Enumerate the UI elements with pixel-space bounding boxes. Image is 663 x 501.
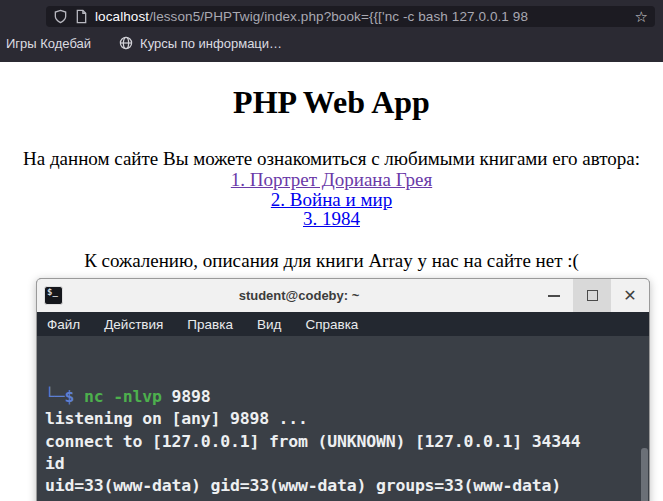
terminal-window: $_ student@codeby: ~ ✕ Файл Действия Пра… xyxy=(36,278,650,501)
book-link-3[interactable]: 3. 1984 xyxy=(0,209,663,229)
bookmark-star-icon[interactable]: ☆ xyxy=(635,9,648,24)
url-path: /lesson5/PHPTwig/index.php?book={{['nc -… xyxy=(149,9,528,24)
terminal-titlebar[interactable]: $_ student@codeby: ~ ✕ xyxy=(37,279,649,312)
terminal-line: connect to [127.0.0.1] from (UNKNOWN) [1… xyxy=(45,431,633,453)
url-text[interactable]: localhost/lesson5/PHPTwig/index.php?book… xyxy=(95,9,628,24)
terminal-app-icon: $_ xyxy=(44,286,63,305)
url-host: localhost xyxy=(95,9,149,24)
window-controls: ✕ xyxy=(535,279,649,312)
page-info-icon[interactable] xyxy=(75,9,88,24)
globe-icon xyxy=(119,36,133,50)
terminal-scrollbar[interactable] xyxy=(641,336,648,501)
terminal-window-title: student@codeby: ~ xyxy=(63,288,535,303)
minimize-button[interactable] xyxy=(535,279,573,312)
terminal-line: └─$ nc -nlvp 9898 xyxy=(45,386,633,408)
browser-toolbar: localhost/lesson5/PHPTwig/index.php?book… xyxy=(0,0,663,28)
book-link-2[interactable]: 2. Война и мир xyxy=(0,190,663,210)
book-link-1[interactable]: 1. Портрет Дориана Грея xyxy=(0,170,663,190)
terminal-line: uid=33(www-data) gid=33(www-data) groups… xyxy=(45,475,633,497)
not-found-message: К сожалению, описания для книги Array у … xyxy=(0,250,663,272)
terminal-line: listening on [any] 9898 ... xyxy=(45,408,633,430)
intro-text: На данном сайте Вы можете ознакомиться с… xyxy=(0,148,663,170)
scrollbar-thumb[interactable] xyxy=(641,448,648,501)
menu-view[interactable]: Вид xyxy=(257,317,281,332)
minimize-icon xyxy=(548,295,560,297)
menu-edit[interactable]: Правка xyxy=(187,317,233,332)
maximize-button[interactable] xyxy=(573,279,611,312)
bookmark-item-codeby-games[interactable]: Игры Кодебай xyxy=(6,36,91,51)
maximize-icon xyxy=(587,290,598,301)
book-links: 1. Портрет Дориана Грея 2. Война и мир 3… xyxy=(0,170,663,229)
bookmark-label: Курсы по информаци… xyxy=(140,36,282,51)
screenshot-root: localhost/lesson5/PHPTwig/index.php?book… xyxy=(0,0,663,501)
shield-icon[interactable] xyxy=(53,9,68,24)
menu-help[interactable]: Справка xyxy=(305,317,358,332)
bookmark-label: Игры Кодебай xyxy=(6,36,91,51)
terminal-menubar: Файл Действия Правка Вид Справка xyxy=(37,312,649,336)
close-button[interactable]: ✕ xyxy=(611,279,649,312)
bookmarks-bar: Игры Кодебай Курсы по информаци… xyxy=(0,28,663,58)
menu-file[interactable]: Файл xyxy=(47,317,80,332)
menu-actions[interactable]: Действия xyxy=(104,317,163,332)
close-icon: ✕ xyxy=(623,288,636,304)
page-title: PHP Web App xyxy=(0,83,663,121)
terminal-output[interactable]: └─$ nc -nlvp 9898listening on [any] 9898… xyxy=(37,336,649,501)
address-bar[interactable]: localhost/lesson5/PHPTwig/index.php?book… xyxy=(46,6,655,27)
web-page-content: PHP Web App На данном сайте Вы можете оз… xyxy=(0,83,663,272)
terminal-line: id xyxy=(45,453,633,475)
browser-chrome: localhost/lesson5/PHPTwig/index.php?book… xyxy=(0,0,663,62)
bookmark-item-courses[interactable]: Курсы по информаци… xyxy=(119,36,282,51)
